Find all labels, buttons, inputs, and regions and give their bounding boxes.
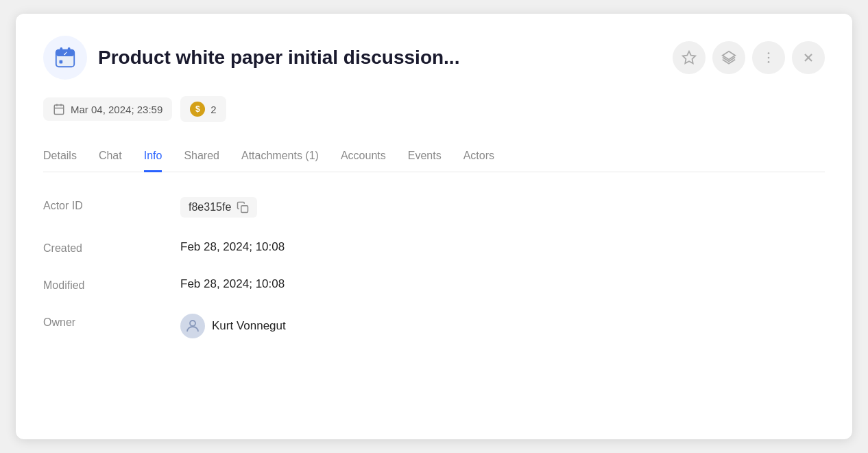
svg-point-18 bbox=[190, 321, 195, 326]
svg-point-8 bbox=[768, 52, 770, 54]
coin-icon: $ bbox=[190, 102, 205, 117]
created-value: Feb 28, 2024; 10:08 bbox=[180, 240, 825, 255]
modified-value: Feb 28, 2024; 10:08 bbox=[180, 277, 825, 292]
tab-details[interactable]: Details bbox=[43, 141, 77, 172]
svg-rect-3 bbox=[68, 47, 71, 53]
calendar-icon: ✓ bbox=[43, 36, 87, 80]
layers-button[interactable] bbox=[712, 41, 745, 74]
meta-date-text: Mar 04, 2024; 23:59 bbox=[71, 104, 162, 115]
tab-attachments[interactable]: Attachments (1) bbox=[241, 141, 319, 172]
tab-chat[interactable]: Chat bbox=[99, 141, 122, 172]
main-card: ✓ Product white paper initial discussion… bbox=[16, 14, 852, 439]
copy-actor-id-button[interactable] bbox=[237, 201, 249, 213]
tab-events[interactable]: Events bbox=[408, 141, 442, 172]
svg-marker-6 bbox=[683, 51, 695, 63]
page-title: Product white paper initial discussion..… bbox=[98, 47, 459, 69]
svg-rect-4 bbox=[60, 60, 63, 64]
tab-shared[interactable]: Shared bbox=[184, 141, 219, 172]
svg-rect-17 bbox=[241, 205, 248, 212]
tab-info[interactable]: Info bbox=[144, 141, 162, 172]
owner-value: Kurt Vonnegut bbox=[180, 314, 825, 338]
star-button[interactable] bbox=[673, 41, 706, 74]
more-button[interactable] bbox=[752, 41, 785, 74]
meta-date-badge: Mar 04, 2024; 23:59 bbox=[43, 97, 172, 121]
tab-accounts[interactable]: Accounts bbox=[341, 141, 386, 172]
close-button[interactable] bbox=[792, 41, 825, 74]
avatar bbox=[180, 314, 205, 338]
info-table: Actor ID f8e315fe Created Feb 28, 2024; … bbox=[43, 197, 825, 338]
actor-id-label: Actor ID bbox=[43, 197, 180, 218]
svg-point-10 bbox=[768, 61, 770, 63]
meta-row: Mar 04, 2024; 23:59 $ 2 bbox=[43, 96, 825, 122]
actor-id-value: f8e315fe bbox=[180, 197, 825, 218]
header: ✓ Product white paper initial discussion… bbox=[43, 36, 825, 80]
meta-coins-badge: $ 2 bbox=[180, 96, 226, 122]
owner-name: Kurt Vonnegut bbox=[212, 319, 286, 333]
actor-id-badge: f8e315fe bbox=[180, 197, 257, 218]
owner-label: Owner bbox=[43, 314, 180, 338]
tabs-bar: Details Chat Info Shared Attachments (1)… bbox=[43, 141, 825, 172]
created-label: Created bbox=[43, 240, 180, 255]
header-actions bbox=[673, 41, 825, 74]
svg-rect-13 bbox=[54, 105, 64, 115]
tab-actors[interactable]: Actors bbox=[463, 141, 494, 172]
actor-id-text: f8e315fe bbox=[189, 201, 231, 213]
modified-label: Modified bbox=[43, 277, 180, 292]
header-left: ✓ Product white paper initial discussion… bbox=[43, 36, 459, 80]
svg-text:✓: ✓ bbox=[63, 51, 68, 57]
svg-point-9 bbox=[768, 57, 770, 59]
meta-coins-text: 2 bbox=[210, 104, 216, 115]
